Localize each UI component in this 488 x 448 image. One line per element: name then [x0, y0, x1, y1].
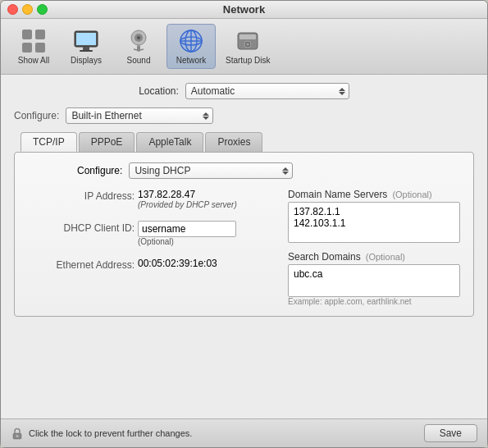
toolbar-item-network[interactable]: Network [166, 24, 216, 69]
toolbar: Show All Displays [1, 19, 487, 75]
location-select-arrow [339, 88, 345, 95]
main-content: Location: Automatic Configure: Built-in … [1, 75, 487, 418]
configure-outer-row: Configure: Built-in Ethernet [14, 107, 474, 124]
left-column: IP Address: 137.82.28.47 (Provided by DH… [28, 189, 271, 306]
network-icon [178, 28, 204, 54]
svg-rect-5 [76, 33, 96, 45]
svg-rect-19 [239, 34, 256, 39]
svg-rect-7 [80, 50, 93, 52]
search-optional: (Optional) [366, 252, 405, 262]
window-title: Network [223, 3, 265, 16]
dhcp-client-block: (Optional) [138, 221, 271, 246]
inner-configure-select[interactable]: Using DHCP [129, 162, 293, 179]
dhcp-client-input[interactable] [138, 221, 236, 237]
svg-rect-11 [137, 45, 140, 52]
toolbar-item-show-all[interactable]: Show All [9, 25, 58, 68]
tab-pppoe[interactable]: PPPoE [79, 132, 135, 152]
inner-configure-value: Using DHCP [135, 165, 190, 176]
titlebar: Network [1, 1, 487, 19]
svg-point-23 [16, 435, 19, 437]
inner-configure-row: Configure: Using DHCP [28, 162, 460, 179]
configure-outer-select[interactable]: Built-in Ethernet [66, 107, 213, 124]
tabs-and-panel: TCP/IP PPPoE AppleTalk Proxies Configure… [14, 132, 474, 317]
disk-icon [235, 28, 261, 54]
search-values-box[interactable]: ubc.ca [288, 264, 460, 297]
maximize-button[interactable] [37, 4, 48, 15]
svg-rect-3 [35, 43, 45, 53]
toolbar-item-sound[interactable]: Sound [114, 25, 163, 68]
lock-text: Click the lock to prevent further change… [29, 428, 192, 438]
ethernet-value: 00:05:02:39:1e:03 [138, 258, 271, 269]
toolbar-label-sound: Sound [127, 56, 151, 65]
svg-rect-6 [83, 47, 89, 50]
example-text: Example: apple.com, earthlink.net [288, 297, 460, 306]
two-column-layout: IP Address: 137.82.28.47 (Provided by DH… [28, 189, 460, 306]
dhcp-client-field: DHCP Client ID: (Optional) [28, 221, 271, 246]
dhcp-optional-text: (Optional) [138, 237, 271, 246]
search-value-1: ubc.ca [294, 268, 454, 280]
dns-value-2: 142.103.1.1 [294, 217, 454, 229]
toolbar-item-displays[interactable]: Displays [62, 25, 111, 68]
configure-outer-arrow [203, 112, 209, 120]
dns-header: Domain Name Servers (Optional) [288, 189, 460, 200]
sound-icon [125, 28, 152, 54]
search-section: Search Domains (Optional) ubc.ca Example… [288, 251, 460, 306]
svg-point-17 [180, 30, 202, 52]
ethernet-label: Ethernet Address: [28, 258, 135, 271]
svg-rect-0 [22, 30, 32, 39]
svg-rect-1 [35, 30, 45, 39]
tcpip-panel: Configure: Using DHCP [14, 152, 474, 317]
ethernet-field: Ethernet Address: 00:05:02:39:1e:03 [28, 258, 271, 271]
svg-rect-2 [22, 43, 32, 53]
ip-address-label: IP Address: [28, 189, 135, 202]
ip-address-block: 137.82.28.47 (Provided by DHCP server) [138, 189, 271, 209]
inner-configure-arrow [282, 167, 289, 175]
inner-configure-label: Configure: [77, 165, 122, 176]
dns-value-1: 137.82.1.1 [294, 206, 454, 217]
tab-tcpip[interactable]: TCP/IP [21, 132, 77, 152]
configure-outer-label: Configure: [14, 110, 59, 121]
svg-point-21 [246, 43, 249, 46]
display-icon [73, 28, 99, 54]
ip-address-value: 137.82.28.47 [138, 189, 271, 200]
lock-area[interactable]: Click the lock to prevent further change… [11, 427, 192, 440]
toolbar-label-displays: Displays [71, 56, 102, 65]
search-title: Search Domains [288, 251, 361, 263]
ip-address-sub: (Provided by DHCP server) [138, 200, 271, 209]
system-preferences-window: Network Show All [0, 0, 488, 448]
location-row: Location: Automatic [14, 83, 474, 99]
minimize-button[interactable] [22, 4, 33, 15]
toolbar-label-network: Network [176, 56, 207, 65]
lock-icon [11, 427, 24, 440]
tab-appletalk[interactable]: AppleTalk [136, 132, 203, 152]
location-select[interactable]: Automatic [185, 83, 349, 99]
dns-optional: (Optional) [392, 190, 431, 199]
dns-values-box[interactable]: 137.82.1.1 142.103.1.1 [288, 202, 460, 243]
tabs-container: TCP/IP PPPoE AppleTalk Proxies [21, 132, 474, 152]
location-value: Automatic [191, 85, 235, 97]
location-label: Location: [139, 85, 179, 97]
bottom-bar: Click the lock to prevent further change… [1, 418, 487, 447]
traffic-lights [7, 4, 48, 15]
search-header: Search Domains (Optional) [288, 251, 460, 263]
dns-title: Domain Name Servers [288, 189, 387, 200]
close-button[interactable] [7, 4, 18, 15]
dhcp-client-label: DHCP Client ID: [28, 221, 135, 234]
right-column: Domain Name Servers (Optional) 137.82.1.… [288, 189, 460, 306]
toolbar-item-startup-disk[interactable]: Startup Disk [219, 25, 276, 68]
tab-proxies[interactable]: Proxies [205, 132, 262, 152]
ip-address-field: IP Address: 137.82.28.47 (Provided by DH… [28, 189, 271, 209]
grid-icon [21, 28, 47, 54]
dns-section: Domain Name Servers (Optional) 137.82.1.… [288, 189, 460, 243]
toolbar-label-startup-disk: Startup Disk [226, 56, 270, 65]
svg-point-10 [137, 36, 140, 39]
toolbar-label-show-all: Show All [18, 56, 49, 65]
save-button[interactable]: Save [424, 424, 477, 442]
configure-outer-value: Built-in Ethernet [71, 110, 141, 121]
